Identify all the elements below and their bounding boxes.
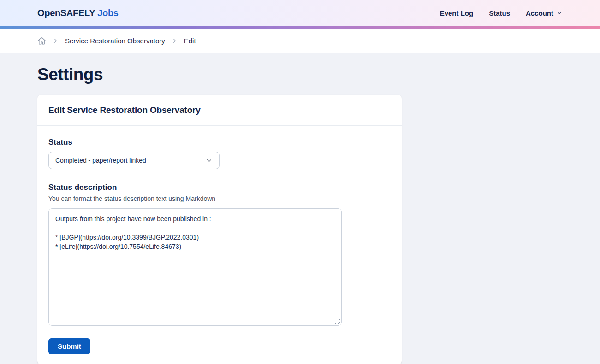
home-icon	[37, 36, 46, 45]
status-description-input[interactable]: Outputs from this project have now been …	[48, 208, 342, 326]
nav-account-menu[interactable]: Account	[526, 9, 563, 17]
status-description-wrap: Outputs from this project have now been …	[48, 208, 342, 326]
page-title: Settings	[37, 65, 563, 84]
chevron-right-icon	[52, 37, 59, 44]
status-description-field: Status description You can format the st…	[48, 183, 391, 326]
status-label: Status	[48, 138, 391, 147]
breadcrumb-item-edit: Edit	[184, 37, 196, 45]
chevron-right-icon	[171, 37, 178, 44]
nav-status[interactable]: Status	[489, 9, 510, 17]
chevron-down-icon	[206, 157, 213, 164]
status-select-value: Completed - paper/report linked	[55, 157, 146, 164]
brand-primary: OpenSAFELY	[37, 8, 95, 18]
breadcrumb-bar: Service Restoration Observatory Edit	[0, 29, 600, 53]
card-header: Edit Service Restoration Observatory	[37, 95, 402, 126]
status-field: Status Completed - paper/report linked	[48, 138, 391, 169]
submit-button[interactable]: Submit	[48, 338, 90, 354]
nav-account-label: Account	[526, 9, 553, 17]
status-select[interactable]: Completed - paper/report linked	[48, 152, 220, 169]
status-description-help: You can format the status description te…	[48, 195, 391, 202]
brand-logo[interactable]: OpenSAFELYJobs	[37, 8, 119, 18]
brand-secondary: Jobs	[97, 8, 118, 18]
breadcrumb-item-project[interactable]: Service Restoration Observatory	[65, 37, 165, 45]
main-nav: Event Log Status Account	[440, 9, 563, 17]
main-content: Settings Edit Service Restoration Observ…	[37, 53, 563, 364]
breadcrumb: Service Restoration Observatory Edit	[37, 36, 196, 45]
chevron-down-icon	[556, 10, 563, 16]
edit-project-card: Edit Service Restoration Observatory Sta…	[37, 95, 402, 364]
breadcrumb-home-link[interactable]	[37, 36, 46, 45]
status-description-label: Status description	[48, 183, 391, 192]
settings-form: Status Completed - paper/report linked S…	[48, 138, 391, 354]
card-title: Edit Service Restoration Observatory	[48, 105, 391, 115]
site-header: OpenSAFELYJobs Event Log Status Account	[0, 0, 600, 26]
card-body: Status Completed - paper/report linked S…	[37, 126, 402, 364]
nav-event-log[interactable]: Event Log	[440, 9, 474, 17]
